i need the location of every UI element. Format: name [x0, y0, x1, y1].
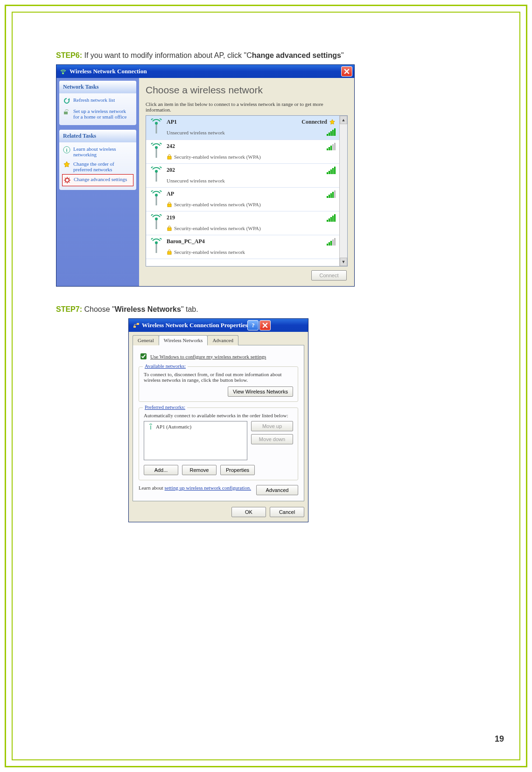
signal-icon	[327, 190, 336, 198]
network-subtitle: Security-enabled wireless network (WPA)	[167, 154, 323, 160]
network-subtitle: Security-enabled wireless network (WPA)	[167, 225, 323, 231]
scroll-down-icon[interactable]: ▼	[340, 258, 347, 266]
network-row[interactable]: 219 Security-enabled wireless network (W…	[146, 211, 339, 235]
svg-rect-15	[133, 326, 136, 328]
connected-status: Connected	[301, 119, 336, 126]
network-row[interactable]: 242 Security-enabled wireless network (W…	[146, 140, 339, 164]
antenna-icon	[147, 423, 154, 430]
lock-icon	[167, 249, 172, 255]
change-advanced-settings[interactable]: Change advanced settings	[62, 174, 133, 186]
connect-button[interactable]: Connect	[311, 270, 347, 281]
svg-rect-10	[168, 204, 171, 207]
related-tasks-title: Related Tasks	[59, 130, 136, 142]
cancel-button[interactable]: Cancel	[270, 507, 304, 517]
network-tasks-title: Network Tasks	[59, 81, 136, 93]
scroll-up-icon[interactable]: ▲	[340, 116, 347, 124]
network-row[interactable]: Baron_PC_AP4 Security-enabled wireless n…	[146, 235, 339, 259]
signal-icon	[327, 167, 336, 174]
instruction-text: Click an item in the list below to conne…	[146, 101, 348, 112]
network-row[interactable]: 202 Unsecured wireless network	[146, 164, 339, 188]
svg-rect-12	[168, 228, 171, 231]
tab-wireless[interactable]: Wireless Networks	[159, 335, 208, 345]
step6-label: STEP6:	[56, 51, 82, 59]
page-number: 19	[495, 734, 504, 744]
svg-rect-7	[168, 156, 171, 159]
network-row[interactable]: AP Security-enabled wireless network (WP…	[146, 188, 339, 211]
signal-icon	[327, 214, 336, 222]
antenna-icon	[150, 238, 163, 254]
step6-line: STEP6: If you want to modify information…	[56, 51, 476, 60]
properties-button[interactable]: Properties	[220, 465, 255, 475]
scrollbar[interactable]: ▲ ▼	[339, 116, 347, 266]
preferred-text: Automatically connect to available netwo…	[144, 413, 293, 418]
antenna-icon	[150, 167, 163, 182]
network-name: 202	[167, 167, 323, 174]
main-panel: Choose a wireless network Click an item …	[139, 78, 354, 286]
setup-icon	[63, 108, 70, 116]
preferred-networks-group: Preferred networks: Automatically connec…	[139, 407, 298, 480]
close-button[interactable]	[259, 320, 271, 330]
add-button[interactable]: Add...	[144, 465, 178, 475]
titlebar[interactable]: Wireless Network Connection Properties ?	[129, 319, 308, 332]
svg-point-5	[155, 122, 158, 125]
preferred-list[interactable]: AP1 (Automatic)	[144, 421, 247, 460]
star-icon	[329, 119, 336, 126]
related-tasks-group: Related Tasks i Learn about wireless net…	[59, 130, 136, 190]
close-button[interactable]	[341, 66, 352, 77]
learn-link[interactable]: setting up wireless network configuratio…	[165, 485, 251, 491]
connection-properties-window: Wireless Network Connection Properties ?…	[128, 318, 308, 522]
antenna-icon	[150, 119, 163, 134]
use-windows-config[interactable]: Use Windows to configure my wireless net…	[139, 352, 298, 361]
ok-button[interactable]: OK	[231, 507, 266, 517]
network-list: AP1 Unsecured wireless networkConnected …	[146, 115, 348, 267]
window-title: Wireless Network Connection	[70, 68, 147, 75]
learn-wireless[interactable]: i Learn about wireless networking	[62, 144, 133, 159]
remove-button[interactable]: Remove	[182, 465, 217, 475]
settings-icon	[63, 176, 71, 184]
step7-line: STEP7: Choose "Wireless Networks" tab.	[56, 305, 476, 314]
network-name: Baron_PC_AP4	[167, 238, 323, 245]
wireless-connection-window: Wireless Network Connection Network Task…	[56, 64, 355, 287]
antenna-icon	[150, 190, 163, 206]
antenna-icon	[150, 143, 163, 159]
titlebar[interactable]: Wireless Network Connection	[56, 65, 354, 78]
tabs: General Wireless Networks Advanced	[133, 335, 304, 345]
available-text: To connect to, disconnect from, or find …	[144, 372, 293, 383]
tab-general[interactable]: General	[133, 335, 159, 345]
setup-wireless[interactable]: Set up a wireless network for a home or …	[62, 106, 133, 121]
signal-icon	[327, 238, 336, 246]
tab-content: Use Windows to configure my wireless net…	[133, 345, 304, 501]
network-icon	[133, 322, 140, 329]
network-subtitle: Unsecured wireless network	[167, 130, 298, 135]
advanced-button[interactable]: Advanced	[256, 485, 298, 495]
use-windows-checkbox[interactable]	[140, 353, 147, 359]
tab-advanced[interactable]: Advanced	[207, 335, 238, 345]
svg-point-0	[62, 72, 64, 74]
svg-point-13	[155, 241, 158, 244]
svg-text:i: i	[66, 147, 67, 153]
network-subtitle: Security-enabled wireless network (WPA)	[167, 202, 323, 207]
svg-point-11	[155, 218, 158, 220]
sidebar: Network Tasks Refresh network list Set u…	[56, 78, 139, 286]
change-order[interactable]: Change the order of preferred networks	[62, 159, 133, 174]
network-row[interactable]: AP1 Unsecured wireless networkConnected	[146, 116, 339, 140]
network-tasks-group: Network Tasks Refresh network list Set u…	[59, 81, 136, 125]
signal-icon	[327, 128, 336, 136]
move-up-button[interactable]: Move up	[251, 421, 293, 431]
signal-icon	[327, 143, 336, 150]
svg-point-4	[65, 178, 69, 182]
close-icon	[262, 323, 268, 328]
preferred-item[interactable]: AP1 (Automatic)	[146, 423, 245, 430]
svg-rect-14	[168, 252, 171, 254]
preferred-title: Preferred networks:	[143, 404, 187, 410]
view-networks-button[interactable]: View Wireless Networks	[228, 386, 293, 397]
available-title: Available networks:	[143, 363, 188, 369]
available-networks-group: Available networks: To connect to, disco…	[139, 366, 298, 402]
choose-network-heading: Choose a wireless network	[146, 84, 348, 96]
move-down-button[interactable]: Move down	[251, 434, 293, 444]
refresh-network-list[interactable]: Refresh network list	[62, 95, 133, 106]
info-icon: i	[63, 146, 70, 154]
help-button[interactable]: ?	[247, 320, 259, 330]
network-name: AP1	[167, 119, 298, 126]
network-name: 242	[167, 143, 323, 150]
